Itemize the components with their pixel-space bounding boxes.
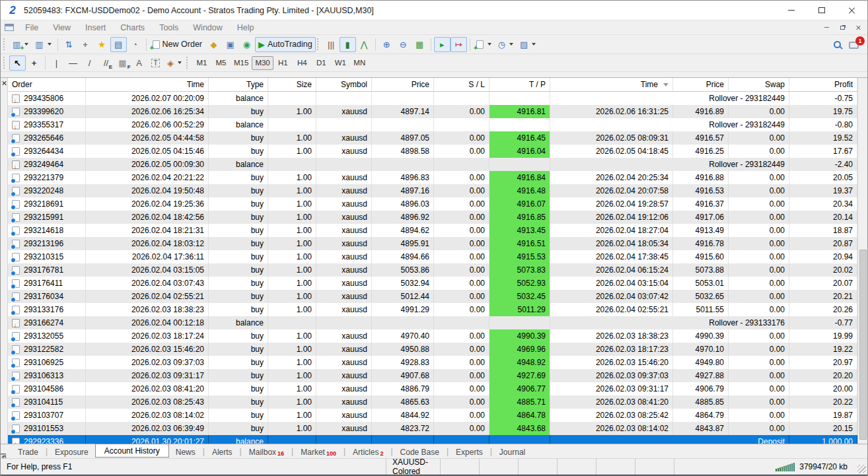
column-header-open_time[interactable]: Time — [86, 78, 209, 91]
line-chart-button[interactable]: ⋀ — [356, 37, 373, 52]
tab-account-history[interactable]: Account History — [95, 444, 169, 458]
chart-window-icon[interactable] — [5, 24, 14, 31]
column-header-close_price[interactable]: Price — [673, 78, 729, 91]
horizontal-line-button[interactable]: — — [65, 55, 81, 71]
menu-item-help[interactable]: Help — [230, 20, 262, 35]
table-row[interactable]: 2932159912026.02.04 18:42:56buy1.00xauus… — [8, 211, 857, 224]
mdi-close-button[interactable] — [853, 23, 863, 32]
table-row[interactable]: 2931320552026.02.03 18:17:24buy1.00xauus… — [8, 329, 857, 343]
table-row[interactable]: 2929233362026.01.30 20:01:27balanceDepos… — [8, 435, 857, 444]
tab-exposure[interactable]: Exposure — [48, 445, 95, 458]
tab-trade[interactable]: Trade — [11, 445, 45, 458]
close-button[interactable] — [837, 1, 867, 20]
table-row[interactable]: 2931331762026.02.03 18:38:23buy1.00xauus… — [8, 303, 857, 316]
timeframe-h4-button[interactable]: H4 — [293, 56, 312, 70]
timeframe-m1-button[interactable]: M1 — [192, 56, 211, 70]
table-row[interactable]: 2932186912026.02.04 19:25:36buy1.00xauus… — [8, 197, 857, 211]
virtual-hosting-button[interactable]: ▣ — [222, 37, 238, 52]
table-row[interactable]: 2931037072026.02.03 08:14:02buy1.00xauus… — [8, 409, 857, 422]
vertical-line-button[interactable]: | — [48, 55, 65, 71]
table-row[interactable]: 2931764112026.02.04 03:07:43buy1.00xauus… — [8, 277, 857, 290]
table-row[interactable]: 2933553172026.02.06 00:52:29balanceRollo… — [8, 118, 857, 131]
market-watch-button[interactable]: ⇅ — [61, 37, 77, 52]
table-row[interactable]: 2931069252026.02.03 09:37:03buy1.00xauus… — [8, 356, 857, 369]
chart-shift-button[interactable]: ↦ — [451, 37, 467, 52]
periods-button[interactable]: ◷ — [495, 37, 517, 52]
table-row[interactable]: 2931015532026.02.03 06:39:49buy1.00xauus… — [8, 422, 857, 435]
fibonacci-button[interactable]: ▦F — [114, 55, 131, 71]
column-header-order[interactable]: Order — [8, 78, 86, 91]
bar-chart-button[interactable]: ||| — [323, 37, 340, 52]
column-header-type[interactable]: Type — [209, 78, 268, 91]
menu-item-tools[interactable]: Tools — [152, 20, 186, 35]
autotrading-button[interactable]: ▶AutoTrading — [255, 37, 316, 52]
column-header-symbol[interactable]: Symbol — [316, 78, 372, 91]
new-chart-button[interactable]: ▥+ — [9, 37, 32, 52]
vertical-scrollbar[interactable] — [857, 78, 867, 444]
mdi-restore-button[interactable] — [837, 23, 848, 32]
table-row[interactable]: 2932213792026.02.04 20:21:22buy1.00xauus… — [8, 171, 857, 184]
templates-button[interactable]: ▨ — [517, 37, 539, 52]
column-header-swap[interactable]: Swap — [729, 78, 789, 91]
tab-articles[interactable]: Articles2 — [346, 445, 390, 458]
terminal-button[interactable]: ▤ — [110, 37, 127, 52]
auto-scroll-button[interactable]: ▸ — [434, 37, 451, 52]
timeframe-m5-button[interactable]: M5 — [211, 56, 231, 70]
indicators-button[interactable]: + — [473, 37, 495, 52]
signals-button[interactable]: ◉ — [238, 37, 255, 52]
table-row[interactable]: 2932103152026.02.04 17:36:11buy1.00xauus… — [8, 250, 857, 263]
timeframe-m15-button[interactable]: M15 — [231, 56, 252, 70]
timeframe-mn-button[interactable]: MN — [350, 56, 369, 70]
equidistant-channel-button[interactable]: //E — [98, 55, 114, 71]
table-row[interactable]: 2931662742026.02.04 00:12:18balanceRollo… — [8, 316, 857, 329]
text-button[interactable]: A — [131, 55, 147, 71]
timeframe-m30-button[interactable]: M30 — [252, 56, 273, 70]
navigator-button[interactable]: ★ — [94, 37, 110, 52]
table-row[interactable]: 2932494642026.02.05 00:09:30balanceRollo… — [8, 158, 857, 171]
table-row[interactable]: 2934358062026.02.07 00:20:09balanceRollo… — [8, 92, 857, 105]
cursor-button[interactable]: ↖ — [9, 55, 26, 71]
timeframe-h1-button[interactable]: H1 — [273, 56, 293, 70]
toolbar-gripper[interactable] — [317, 38, 320, 50]
table-row[interactable]: 2932644342026.02.05 04:15:46buy1.00xauus… — [8, 145, 857, 158]
menu-item-file[interactable]: File — [18, 20, 46, 35]
column-header-sl[interactable]: S / L — [434, 78, 489, 91]
toolbar-gripper[interactable] — [186, 57, 190, 69]
column-header-close_time[interactable]: Time — [550, 78, 673, 91]
tab-code-base[interactable]: Code Base — [394, 445, 446, 458]
table-row[interactable]: 2931760342026.02.04 02:55:21buy1.00xauus… — [8, 290, 857, 303]
tab-journal[interactable]: Journal — [493, 445, 532, 458]
trendline-button[interactable]: / — [81, 55, 98, 71]
menu-item-insert[interactable]: Insert — [78, 20, 113, 35]
table-row[interactable]: 2933996202026.02.06 16:25:34buy1.00xauus… — [8, 105, 857, 118]
menu-item-view[interactable]: View — [46, 20, 78, 35]
zoom-in-button[interactable]: ⊕ — [379, 37, 395, 52]
tab-alerts[interactable]: Alerts — [205, 445, 239, 458]
column-header-profit[interactable]: Profit — [789, 78, 857, 91]
table-row[interactable]: 2932202482026.02.04 19:50:48buy1.00xauus… — [8, 184, 857, 197]
table-row[interactable]: 2932146182026.02.04 18:21:31buy1.00xauus… — [8, 224, 857, 237]
table-row[interactable]: 2932131962026.02.04 18:03:12buy1.00xauus… — [8, 237, 857, 250]
minimize-button[interactable] — [776, 1, 807, 20]
column-header-price[interactable]: Price — [372, 78, 434, 91]
candlestick-chart-button[interactable]: ▮ — [340, 37, 356, 52]
tile-windows-button[interactable]: ▦ — [412, 37, 428, 52]
menu-item-window[interactable]: Window — [186, 20, 229, 35]
menu-item-charts[interactable]: Charts — [113, 20, 152, 35]
scrollbar-thumb[interactable] — [859, 250, 867, 440]
crosshair-button[interactable]: + — [26, 55, 42, 71]
column-header-size[interactable]: Size — [268, 78, 316, 91]
table-row[interactable]: 2931041152026.02.03 08:25:43buy1.00xauus… — [8, 395, 857, 409]
notifications-icon[interactable]: 1 — [849, 40, 861, 49]
resize-grip[interactable] — [857, 465, 866, 473]
maximize-button[interactable] — [807, 1, 837, 20]
metaeditor-button[interactable]: ◆ — [205, 37, 222, 52]
arrows-button[interactable]: ◈ — [164, 55, 185, 71]
strategy-tester-button[interactable]: ◔ — [127, 37, 143, 52]
new-order-button[interactable]: +New Order — [149, 37, 205, 52]
table-row[interactable]: 2931767812026.02.04 03:15:05buy1.00xauus… — [8, 263, 857, 277]
tab-mailbox[interactable]: Mailbox16 — [242, 445, 291, 458]
search-icon[interactable] — [834, 41, 841, 48]
tab-market[interactable]: Market100 — [294, 445, 343, 458]
tab-experts[interactable]: Experts — [449, 445, 489, 458]
